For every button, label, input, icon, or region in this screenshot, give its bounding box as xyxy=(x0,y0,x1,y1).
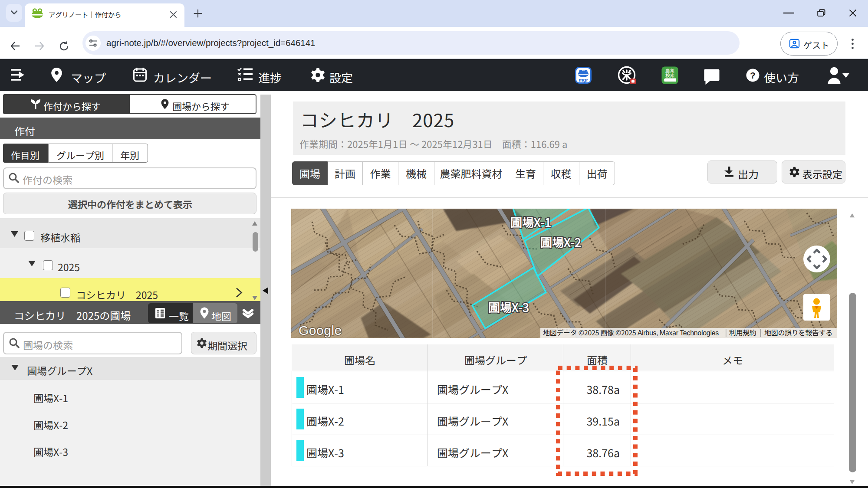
svg-text:地図の誤りを報告する: 地図の誤りを報告する xyxy=(764,327,832,337)
svg-text:利用規約: 利用規約 xyxy=(729,327,756,337)
svg-text:圃場X-1: 圃場X-1 xyxy=(510,213,551,230)
svg-text:検索: 検索 xyxy=(665,72,675,79)
svg-text:圃場X-2: 圃場X-2 xyxy=(540,233,581,250)
svg-text:mgr: mgr xyxy=(579,77,588,82)
svg-text:Google: Google xyxy=(299,323,342,337)
svg-text:?: ? xyxy=(750,70,756,80)
svg-text:圃場X-3: 圃場X-3 xyxy=(488,298,529,315)
svg-text:地図データ ©2025 画像 ©2025 Airbus, M: 地図データ ©2025 画像 ©2025 Airbus, Maxar Techn… xyxy=(543,327,719,337)
